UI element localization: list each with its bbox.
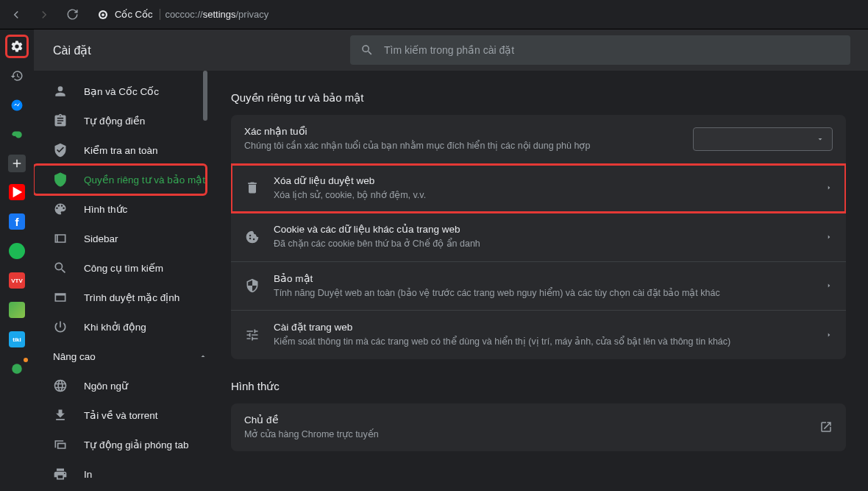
address-bar[interactable]: Cốc Cốc coccoc://settings/privacy xyxy=(96,7,268,22)
row-subtitle: Kiểm soát thông tin mà các trang web có … xyxy=(274,336,812,349)
chevron-up-icon xyxy=(199,352,207,361)
rail-spotify-icon[interactable] xyxy=(7,241,26,261)
tabs-icon xyxy=(53,437,68,452)
settings-header: Cài đặt xyxy=(34,29,868,71)
sidebar-section-advanced[interactable]: Nâng cao xyxy=(34,342,209,371)
row-title: Xóa dữ liệu duyệt web xyxy=(274,174,812,186)
main-content: Quyền riêng tư và bảo mật Xác nhận tuổi … xyxy=(209,71,868,491)
search-icon xyxy=(53,261,68,275)
rail-savior-icon[interactable] xyxy=(7,359,26,378)
chevron-right-icon xyxy=(825,184,833,191)
row-subtitle: Tính năng Duyệt web an toàn (bảo vệ trướ… xyxy=(274,287,812,300)
section-title-appearance: Hình thức xyxy=(231,380,846,393)
rail-history-icon[interactable] xyxy=(7,66,26,85)
page-title: Cài đặt xyxy=(53,43,350,57)
row-age-verification: Xác nhận tuổi Chúng tôi cần xác nhận tuổ… xyxy=(231,115,846,164)
nav-reload-button[interactable] xyxy=(62,4,82,25)
sidebar-item-label: Quyền riêng tư và bảo mật xyxy=(84,174,205,186)
chevron-right-icon xyxy=(825,331,833,339)
browser-icon xyxy=(53,290,68,305)
tune-icon xyxy=(244,328,260,342)
section-title-privacy: Quyền riêng tư và bảo mật xyxy=(231,91,846,105)
row-title: Cài đặt trang web xyxy=(274,321,812,333)
nav-back-button[interactable] xyxy=(6,4,26,25)
chevron-down-icon xyxy=(816,135,825,144)
row-theme[interactable]: Chủ đề Mở cửa hàng Chrome trực tuyến xyxy=(231,403,846,452)
globe-icon xyxy=(53,378,68,393)
search-icon xyxy=(360,43,374,57)
row-subtitle: Mở cửa hàng Chrome trực tuyến xyxy=(244,428,806,442)
security-shield-icon xyxy=(244,278,260,293)
row-title: Cookie và các dữ liệu khác của trang web xyxy=(274,223,812,235)
rail-settings-icon[interactable] xyxy=(7,37,26,56)
download-icon xyxy=(53,408,68,423)
clipboard-icon xyxy=(53,113,68,128)
row-security[interactable]: Bảo mật Tính năng Duyệt web an toàn (bảo… xyxy=(231,262,846,311)
rail-facebook-icon[interactable]: f xyxy=(7,212,26,231)
svg-point-4 xyxy=(12,364,22,374)
appearance-card-group: Chủ đề Mở cửa hàng Chrome trực tuyến xyxy=(231,403,846,452)
search-box[interactable] xyxy=(350,35,850,65)
print-icon xyxy=(53,467,68,481)
sidebar-item-label: Công cụ tìm kiếm xyxy=(84,262,163,274)
row-title: Chủ đề xyxy=(244,414,806,425)
rail-app1-icon[interactable] xyxy=(7,300,26,319)
sidebar-item-search-engine[interactable]: Công cụ tìm kiếm xyxy=(34,253,202,283)
sidebar-item-label: Tự động giải phóng tab xyxy=(84,439,189,451)
sidebar-item-autofill[interactable]: Tự động điền xyxy=(34,106,202,135)
sidebar-item-label: Hình thức xyxy=(84,203,127,215)
sidebar-item-print[interactable]: In xyxy=(34,459,202,489)
sidebar-item-label: In xyxy=(84,469,92,480)
sidebar-item-sidebar[interactable]: Sidebar xyxy=(34,224,202,253)
trash-icon xyxy=(244,180,260,195)
sidebar-item-appearance[interactable]: Hình thức xyxy=(34,194,202,224)
sidebar-item-downloads[interactable]: Tải về và torrent xyxy=(34,400,202,430)
sidebar-item-privacy[interactable]: Quyền riêng tư và bảo mật xyxy=(34,165,206,194)
external-link-icon xyxy=(819,420,833,434)
shield-check-icon xyxy=(53,143,68,158)
sidebar-item-you-and-coccoc[interactable]: Bạn và Cốc Cốc xyxy=(34,77,202,106)
row-subtitle: Đã chặn các cookie bên thứ ba ở Chế độ ẩ… xyxy=(274,238,812,251)
sidebar-item-default-browser[interactable]: Trình duyệt mặc định xyxy=(34,283,202,312)
row-subtitle: Xóa lịch sử, cookie, bộ nhớ đệm, v.v. xyxy=(274,189,812,202)
chevron-right-icon xyxy=(825,233,833,241)
sidebar-item-label: Sidebar xyxy=(84,233,118,244)
rail-games-icon[interactable] xyxy=(7,125,26,144)
rail-tiki-icon[interactable]: tiki xyxy=(7,330,26,349)
age-dropdown[interactable] xyxy=(693,127,833,151)
sidebar-item-label: Trình duyệt mặc định xyxy=(84,292,179,303)
privacy-card-group: Xác nhận tuổi Chúng tôi cần xác nhận tuổ… xyxy=(231,115,846,359)
sidebar-item-auto-discard-tabs[interactable]: Tự động giải phóng tab xyxy=(34,430,202,459)
rail-messenger-icon[interactable] xyxy=(7,96,26,115)
rail-add-button[interactable] xyxy=(8,155,26,172)
chevron-right-icon xyxy=(825,282,833,289)
row-cookies[interactable]: Cookie và các dữ liệu khác của trang web… xyxy=(231,213,846,262)
sidebar-advanced-label: Nâng cao xyxy=(53,351,96,362)
row-site-settings[interactable]: Cài đặt trang web Kiểm soát thông tin mà… xyxy=(231,311,846,359)
svg-point-2 xyxy=(102,13,104,16)
site-name: Cốc Cốc xyxy=(115,9,160,20)
row-clear-browsing-data[interactable]: Xóa dữ liệu duyệt web Xóa lịch sử, cooki… xyxy=(231,164,846,213)
sidebar-item-safety-check[interactable]: Kiểm tra an toàn xyxy=(34,135,202,165)
coccoc-logo-icon xyxy=(96,7,110,22)
sidebar-item-label: Khi khởi động xyxy=(84,321,146,333)
sidebar-item-on-startup[interactable]: Khi khởi động xyxy=(34,312,202,342)
cookie-icon xyxy=(244,230,260,244)
sidebar-scrollbar[interactable] xyxy=(203,71,207,121)
settings-sidebar: Bạn và Cốc Cốc Tự động điền Kiểm tra an … xyxy=(34,71,209,491)
sidebar-item-label: Bạn và Cốc Cốc xyxy=(84,85,159,97)
nav-forward-button[interactable] xyxy=(34,4,54,25)
rail-vtvgo-icon[interactable]: VTV xyxy=(7,271,26,290)
power-icon xyxy=(53,319,68,334)
sidebar-item-languages[interactable]: Ngôn ngữ xyxy=(34,371,202,400)
sidebar-item-label: Tải về và torrent xyxy=(84,409,158,421)
notification-dot xyxy=(24,358,28,362)
rail-youtube-icon[interactable] xyxy=(7,183,26,202)
search-input[interactable] xyxy=(384,44,840,56)
palette-icon xyxy=(53,202,68,216)
sidebar-icon xyxy=(53,231,68,246)
person-icon xyxy=(53,84,68,99)
row-subtitle: Chúng tôi cần xác nhận tuổi của bạn nhằm… xyxy=(244,140,680,153)
row-title: Xác nhận tuổi xyxy=(244,125,680,137)
url-display: coccoc://settings/privacy xyxy=(165,9,268,20)
